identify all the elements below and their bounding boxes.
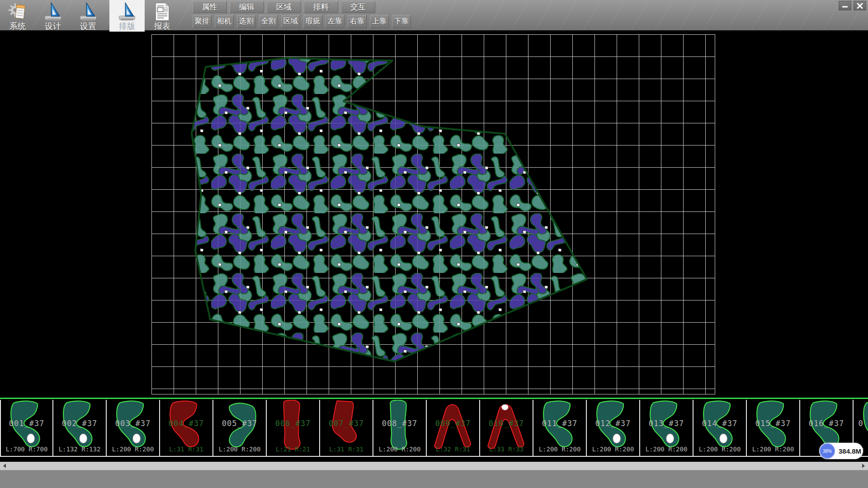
part-counts: L:200 R:200 <box>107 446 159 453</box>
part-counts: L:31 R:31 <box>160 446 212 453</box>
menu-edit[interactable]: 编辑 <box>230 1 264 13</box>
part-name: 002_#37 <box>53 419 106 428</box>
tool-cut-all[interactable]: 全割 <box>259 15 278 28</box>
tool-cluster-nest[interactable]: 聚排 <box>193 15 212 28</box>
parts-strip: 001_#37 L:700 R:700 002_#37 L:132 R:132 … <box>0 400 868 457</box>
tab-report[interactable]: 报表 <box>145 0 180 32</box>
tab-report-label: 报表 <box>154 22 170 31</box>
part-counts: L:31 R:31 <box>320 446 373 453</box>
horizontal-scrollbar[interactable] <box>0 462 868 470</box>
part-counts: L:32 R:31 <box>427 446 479 453</box>
part-name: 006_#37 <box>267 419 319 428</box>
part-counts: L:200 R:200 <box>747 446 799 453</box>
scroll-left-icon <box>3 464 6 468</box>
menu-nest[interactable]: 排料 <box>304 1 338 13</box>
part-counts: L:200 R:200 <box>213 446 266 453</box>
tab-design[interactable]: 设计 <box>35 0 71 32</box>
system-gear-icon <box>8 2 28 22</box>
tool-defect[interactable]: 瑕疵 <box>303 15 322 28</box>
tool-camera[interactable]: 相机 <box>215 15 234 28</box>
progress-percent-badge: 38% <box>820 443 835 459</box>
window-controls <box>839 1 866 10</box>
tool-row: 聚排 相机 选割 全割 区域 瑕疵 左靠 右靠 上靠 下靠 <box>193 15 411 28</box>
tab-nesting[interactable]: 排版 <box>109 0 145 32</box>
part-name: 014_#37 <box>693 419 746 428</box>
part-thumbnail[interactable]: 015_#37 L:200 R:200 <box>747 400 800 457</box>
progress-bubble: 38% 384.8M <box>819 443 863 459</box>
part-name: 004_#37 <box>160 419 212 428</box>
minimize-icon <box>842 3 848 9</box>
part-thumbnail[interactable]: 013_#37 L:200 R:200 <box>640 400 693 457</box>
part-name: 007_#37 <box>320 419 373 428</box>
part-counts: L:200 R:200 <box>693 446 746 453</box>
report-document-icon <box>152 2 172 22</box>
part-name: 005_#37 <box>213 419 266 428</box>
part-thumbnail[interactable]: 008_#37 L:200 R:200 <box>373 400 427 457</box>
menu-row: 属性 编辑 区域 排料 交互 <box>193 1 375 13</box>
part-name: 013_#37 <box>640 419 693 428</box>
tool-align-right[interactable]: 右靠 <box>348 15 367 28</box>
part-thumbnail[interactable]: 001_#37 L:700 R:700 <box>0 400 53 457</box>
part-name: 009_#37 <box>427 419 479 428</box>
ribbon-tabs: 系统 设计 设置 排版 <box>0 0 180 32</box>
tool-align-left[interactable]: 左靠 <box>326 15 344 28</box>
part-thumbnail[interactable]: 009_#37 L:32 R:31 <box>427 400 480 457</box>
tab-settings-label: 设置 <box>80 22 96 31</box>
part-counts: L:700 R:700 <box>1 446 52 453</box>
close-button[interactable] <box>854 1 866 10</box>
menu-properties[interactable]: 属性 <box>193 1 227 13</box>
part-name: 016_#37 <box>800 419 853 428</box>
design-setsquare-icon <box>43 2 63 22</box>
part-name: 0 <box>854 419 868 428</box>
menu-interact[interactable]: 交互 <box>341 1 375 13</box>
part-thumbnail[interactable]: 005_#37 L:200 R:200 <box>213 400 267 457</box>
minimize-button[interactable] <box>839 1 851 10</box>
tab-settings[interactable]: 设置 <box>71 0 106 32</box>
tool-region[interactable]: 区域 <box>281 15 300 28</box>
tool-align-top[interactable]: 上靠 <box>370 15 389 28</box>
part-thumbnail[interactable]: 010_#37 L:33 R:33 <box>480 400 533 457</box>
part-name: 012_#37 <box>587 419 639 428</box>
main-toolbar: 系统 设计 设置 排版 <box>0 0 868 32</box>
scroll-left-button[interactable] <box>0 462 9 470</box>
part-counts: L:21 R:21 <box>267 446 319 453</box>
part-name: 010_#37 <box>480 419 533 428</box>
parts-panel: 001_#37 L:700 R:700 002_#37 L:132 R:132 … <box>0 398 868 462</box>
status-bar <box>0 470 868 488</box>
scroll-right-button[interactable] <box>859 462 868 470</box>
part-counts: L:200 R:200 <box>373 446 426 453</box>
nesting-setsquare-icon <box>117 2 137 22</box>
part-thumbnail[interactable]: 014_#37 L:200 R:200 <box>693 400 747 457</box>
tab-nesting-label: 排版 <box>119 22 135 31</box>
part-counts: L:200 R:200 <box>587 446 639 453</box>
tab-system[interactable]: 系统 <box>0 0 35 32</box>
part-counts: L:132 R:132 <box>53 446 106 453</box>
tab-system-label: 系统 <box>9 22 26 31</box>
tab-design-label: 设计 <box>45 22 61 31</box>
part-counts: L:33 R:33 <box>480 446 533 453</box>
part-thumbnail[interactable]: 002_#37 L:132 R:132 <box>53 400 107 457</box>
canvas-grid <box>151 34 715 394</box>
part-thumbnail[interactable]: 007_#37 L:31 R:31 <box>320 400 373 457</box>
close-icon <box>857 3 863 9</box>
part-thumbnail[interactable]: 003_#37 L:200 R:200 <box>107 400 160 457</box>
part-thumbnail[interactable]: 006_#37 L:21 R:21 <box>267 400 320 457</box>
tool-select-cut[interactable]: 选割 <box>237 15 256 28</box>
memory-usage-label: 384.8M <box>839 447 861 455</box>
part-name: 011_#37 <box>533 419 586 428</box>
part-name: 015_#37 <box>747 419 799 428</box>
part-thumbnail[interactable]: 011_#37 L:200 R:200 <box>533 400 587 457</box>
part-thumbnail[interactable]: 004_#37 L:31 R:31 <box>160 400 213 457</box>
part-counts: L:200 R:200 <box>533 446 586 453</box>
menu-region[interactable]: 区域 <box>267 1 301 13</box>
part-thumbnail[interactable]: 012_#37 L:200 R:200 <box>587 400 640 457</box>
nesting-canvas[interactable] <box>0 32 868 398</box>
tool-align-bottom[interactable]: 下靠 <box>392 15 411 28</box>
part-name: 008_#37 <box>373 419 426 428</box>
part-name: 003_#37 <box>107 419 159 428</box>
part-counts: L:200 R:200 <box>640 446 693 453</box>
scroll-right-icon <box>862 464 865 468</box>
strip-top-divider <box>0 398 868 399</box>
settings-setsquare-icon <box>78 2 98 22</box>
part-name: 001_#37 <box>1 419 52 428</box>
